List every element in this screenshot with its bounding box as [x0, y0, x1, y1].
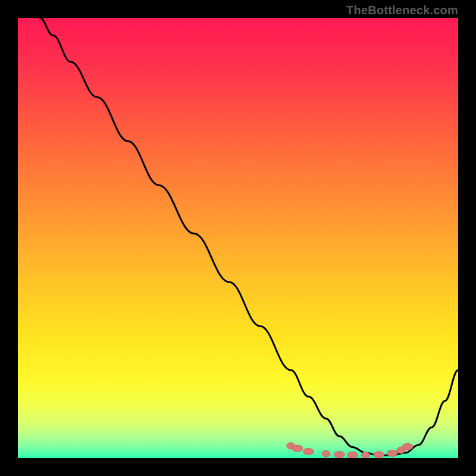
gradient-background [18, 18, 458, 458]
marker-point [334, 452, 345, 458]
marker-point [387, 450, 397, 456]
marker-point [347, 452, 358, 458]
watermark-text: TheBottleneck.com [346, 4, 458, 17]
marker-point [322, 450, 330, 457]
marker-point [362, 452, 370, 458]
chart-frame [18, 18, 458, 458]
marker-point [292, 445, 303, 452]
bottleneck-chart [18, 18, 458, 458]
marker-point [402, 443, 413, 450]
marker-point [374, 452, 384, 458]
marker-point [303, 448, 314, 455]
